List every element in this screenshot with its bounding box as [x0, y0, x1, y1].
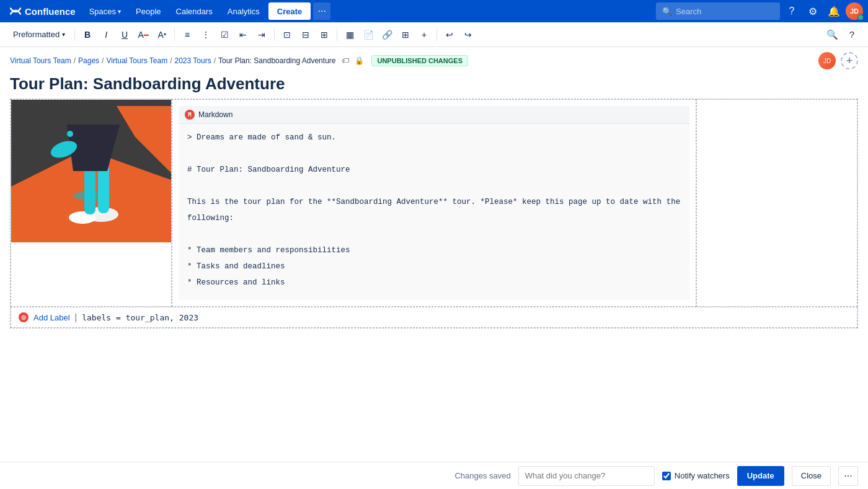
numbered-list-button[interactable]: ⋮	[197, 26, 215, 43]
bullet-list-button[interactable]: ≡	[179, 26, 196, 43]
md-line-3: # Tour Plan: Sandboarding Adventure	[187, 164, 681, 176]
outdent-button[interactable]: ⇤	[234, 26, 252, 43]
text-highlight-button[interactable]: A▾	[153, 26, 170, 43]
search-icon: 🔍	[662, 7, 672, 16]
editor-area: M Markdown > Dreams are made of sand & s…	[0, 99, 868, 328]
toolbar-right-section: 🔍 ?	[823, 26, 861, 43]
insert-button[interactable]: +	[415, 26, 433, 43]
nav-more-button[interactable]: ···	[313, 2, 330, 20]
toolbar-separator	[74, 29, 75, 41]
svg-point-10	[67, 131, 73, 137]
breadcrumb-sep-4: /	[214, 56, 216, 65]
svg-rect-6	[98, 165, 109, 213]
md-line-2	[187, 148, 681, 160]
align-left-button[interactable]: ⊡	[278, 26, 296, 43]
breadcrumb-pages[interactable]: Pages	[78, 56, 99, 65]
top-navigation: Confluence Spaces ▾ People Calendars Ana…	[0, 0, 868, 22]
create-button[interactable]: Create	[268, 2, 311, 20]
logo-text: Confluence	[25, 6, 76, 17]
lock-icon[interactable]: 🔒	[354, 56, 364, 66]
nav-analytics[interactable]: Analytics	[221, 0, 266, 22]
sandboard-image[interactable]	[11, 100, 171, 242]
toolbar-separator-5	[436, 29, 437, 41]
nav-people[interactable]: People	[130, 0, 167, 22]
editor-toolbar: Preformatted ▾ B I U A▬ A▾ ≡ ⋮ ☑ ⇤ ⇥ ⊡ ⊟…	[0, 22, 868, 47]
md-line-9: * Tasks and deadlines	[187, 260, 681, 273]
breadcrumb-sep-2: /	[102, 56, 104, 65]
help-toolbar-icon[interactable]: ?	[843, 26, 861, 43]
markdown-body: > Dreams are made of sand & sun. # Tour …	[179, 124, 689, 300]
add-label-button[interactable]: Add Label	[33, 313, 70, 322]
confluence-logo[interactable]: Confluence	[5, 6, 81, 17]
markdown-column: M Markdown > Dreams are made of sand & s…	[172, 99, 696, 307]
markdown-title: Markdown	[198, 110, 232, 119]
label-row: ◎ Add Label | labels = tour_plan, 2023	[11, 307, 857, 328]
label-tags: labels = tour_plan, 2023	[82, 313, 198, 322]
breadcrumb-current: Tour Plan: Sandboarding Adventure	[218, 56, 335, 65]
md-line-6: following:	[187, 212, 681, 224]
underline-button[interactable]: U	[116, 26, 133, 43]
toolbar-separator-4	[337, 29, 337, 41]
avatar[interactable]: JD	[846, 2, 863, 20]
toolbar-separator-3	[274, 29, 275, 41]
md-line-10: * Resources and links	[187, 276, 681, 289]
file-button[interactable]: 📄	[360, 26, 377, 43]
markdown-header: M Markdown	[179, 106, 689, 124]
markdown-panel[interactable]: M Markdown > Dreams are made of sand & s…	[179, 106, 689, 300]
nav-spaces[interactable]: Spaces ▾	[83, 0, 127, 22]
breadcrumb-sep-3: /	[170, 56, 172, 65]
image-column	[11, 99, 172, 307]
md-line-8: * Team members and responsibilities	[187, 244, 681, 257]
page-avatar[interactable]: JD	[818, 52, 836, 69]
nav-calendars[interactable]: Calendars	[170, 0, 219, 22]
redo-button[interactable]: ↪	[459, 26, 477, 43]
md-line-1: > Dreams are made of sand & sun.	[187, 131, 681, 144]
breadcrumb-team2[interactable]: Virtual Tours Team	[106, 56, 167, 65]
help-icon[interactable]: ?	[782, 2, 801, 20]
chevron-down-icon: ▾	[118, 8, 121, 15]
format-dropdown[interactable]: Preformatted ▾	[7, 26, 71, 43]
breadcrumb: Virtual Tours Team / Pages / Virtual Tou…	[0, 47, 868, 72]
page-title[interactable]: Tour Plan: Sandboarding Adventure	[10, 74, 858, 94]
align-center-button[interactable]: ⊟	[297, 26, 314, 43]
md-line-7	[187, 228, 681, 240]
toolbar-separator-2	[174, 29, 175, 41]
search-in-page-icon[interactable]: 🔍	[823, 26, 841, 43]
tag-icon[interactable]: 🏷	[340, 56, 350, 66]
task-list-button[interactable]: ☑	[216, 26, 233, 43]
settings-icon[interactable]: ⚙	[804, 2, 822, 20]
md-line-5: This is the tour plan for the **Sandboar…	[187, 196, 681, 208]
add-contributor-button[interactable]: +	[841, 52, 858, 69]
indent-button[interactable]: ⇥	[253, 26, 270, 43]
media-button[interactable]: ▦	[341, 26, 358, 43]
breadcrumb-icons: 🏷 🔒	[340, 56, 364, 66]
unpublished-badge: UNPUBLISHED CHANGES	[371, 55, 468, 66]
page-title-area: Tour Plan: Sandboarding Adventure	[0, 72, 868, 99]
bold-button[interactable]: B	[79, 26, 96, 43]
markdown-icon: M	[185, 110, 195, 120]
md-line-4	[187, 180, 681, 192]
avatar-online-badge	[857, 14, 864, 20]
search-bar[interactable]: 🔍 Search	[656, 2, 780, 20]
breadcrumb-year[interactable]: 2023 Tours	[175, 56, 211, 65]
notifications-icon[interactable]: 🔔	[825, 2, 843, 20]
breadcrumb-sep-1: /	[74, 56, 76, 65]
align-right-button[interactable]: ⊞	[316, 26, 333, 43]
svg-rect-5	[84, 168, 95, 214]
undo-button[interactable]: ↩	[441, 26, 458, 43]
link-button[interactable]: 🔗	[378, 26, 396, 43]
right-column	[696, 99, 857, 307]
text-color-button[interactable]: A▬	[135, 26, 152, 43]
italic-button[interactable]: I	[97, 26, 115, 43]
label-icon: ◎	[19, 312, 29, 322]
breadcrumb-right: JD +	[818, 52, 858, 69]
label-separator: |	[75, 312, 78, 322]
search-placeholder: Search	[676, 7, 701, 16]
table-button[interactable]: ⊞	[397, 26, 414, 43]
chevron-down-icon: ▾	[62, 31, 65, 38]
breadcrumb-team[interactable]: Virtual Tours Team	[10, 56, 71, 65]
